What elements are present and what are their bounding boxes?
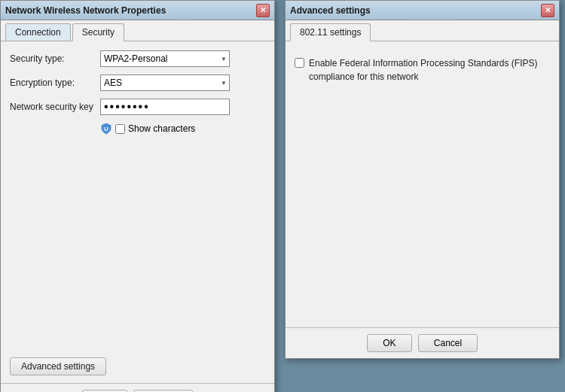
tab-80211-settings[interactable]: 802.11 settings <box>290 23 371 41</box>
shield-icon: U <box>100 123 112 135</box>
show-chars-checkbox[interactable] <box>115 124 125 134</box>
security-type-label: Security type: <box>10 53 100 64</box>
fips-label: Enable Federal Information Processing St… <box>309 56 550 84</box>
svg-text:U: U <box>104 126 108 132</box>
right-cancel-button[interactable]: Cancel <box>418 334 478 352</box>
encryption-type-row: Encryption type: AES TKIP <box>10 74 265 91</box>
fips-row: Enable Federal Information Processing St… <box>295 56 550 84</box>
security-type-select-wrapper: WPA2-Personal WPA-Personal Open Shared <box>100 50 230 67</box>
left-title-bar: Network Wireless Network Properties ✕ <box>1 1 274 20</box>
security-type-row: Security type: WPA2-Personal WPA-Persona… <box>10 50 265 67</box>
right-window: Advanced settings ✕ 802.11 settings Enab… <box>285 0 560 359</box>
advanced-settings-area: Advanced settings <box>1 357 274 383</box>
security-tab-content: Security type: WPA2-Personal WPA-Persona… <box>1 41 274 282</box>
right-tab-bar: 802.11 settings <box>286 20 559 41</box>
left-tab-bar: Connection Security <box>1 20 274 41</box>
advanced-settings-button[interactable]: Advanced settings <box>10 357 106 375</box>
right-title-bar: Advanced settings ✕ <box>286 1 559 20</box>
encryption-type-select[interactable]: AES TKIP <box>100 74 230 91</box>
security-key-label: Network security key <box>10 102 100 112</box>
right-close-button[interactable]: ✕ <box>541 4 554 17</box>
fips-checkbox[interactable] <box>295 58 304 68</box>
left-window-title: Network Wireless Network Properties <box>5 5 166 16</box>
right-bottom-bar: OK Cancel <box>286 327 559 358</box>
left-window: Network Wireless Network Properties ✕ Co… <box>0 0 275 392</box>
left-close-button[interactable]: ✕ <box>256 4 270 17</box>
advanced-settings-content: Enable Federal Information Processing St… <box>286 41 559 327</box>
security-key-row: Network security key <box>10 99 265 115</box>
security-key-input[interactable] <box>100 99 230 115</box>
show-chars-row: U Show characters <box>100 123 265 135</box>
encryption-type-label: Encryption type: <box>10 77 100 88</box>
left-bottom-bar: OK Cancel <box>1 383 274 392</box>
show-chars-label: Show characters <box>128 123 195 134</box>
security-type-select[interactable]: WPA2-Personal WPA-Personal Open Shared <box>100 50 230 67</box>
right-ok-button[interactable]: OK <box>367 334 412 352</box>
right-window-title: Advanced settings <box>290 5 371 16</box>
tab-connection[interactable]: Connection <box>5 23 71 41</box>
encryption-type-select-wrapper: AES TKIP <box>100 74 230 91</box>
tab-security[interactable]: Security <box>72 23 124 41</box>
